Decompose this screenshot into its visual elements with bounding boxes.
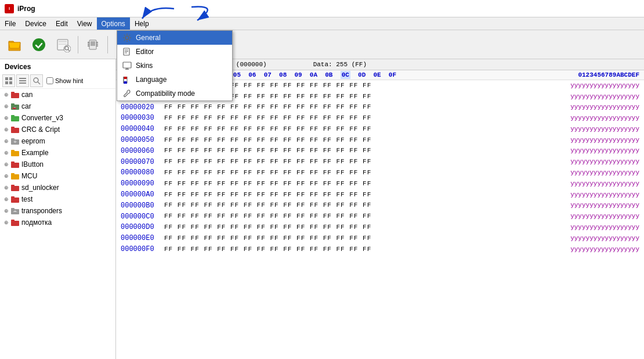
menu-help[interactable]: Help [130, 17, 154, 30]
hex-row[interactable]: 00000030 FF FF FF FF FF FF FF FF FF FF F… [116, 113, 644, 124]
svg-rect-46 [11, 103, 15, 105]
svg-rect-67 [11, 220, 15, 221]
hex-row[interactable]: 000000F0 FF FF FF FF FF FF FF FF FF FF F… [116, 244, 644, 255]
dropdown-item-language[interactable]: Language [117, 73, 232, 87]
svg-rect-61 [11, 185, 15, 186]
expander-converter[interactable]: ⊕ [2, 114, 10, 122]
menu-bar: File Device Edit View Options Help Gener… [0, 17, 644, 30]
hex-row[interactable]: 000000A0 FF FF FF FF FF FF FF FF FF FF F… [116, 189, 644, 200]
chip-write-button[interactable] [82, 34, 104, 56]
show-hint-checkbox[interactable] [46, 77, 53, 84]
tree-label: can [21, 91, 32, 99]
compatibility-label: Compatibility mode [136, 89, 195, 98]
title-bar: i iProg [0, 0, 644, 17]
svg-rect-65 [11, 208, 15, 210]
svg-rect-5 [123, 62, 131, 68]
expander-podmotka[interactable]: ⊕ [2, 218, 10, 227]
svg-rect-62 [11, 198, 19, 203]
sidebar-search[interactable] [30, 74, 43, 87]
sidebar: Devices [0, 59, 116, 359]
expander-can[interactable]: ⊕ [2, 91, 10, 99]
tree-item-eeprom[interactable]: ⊕ eeprom [0, 135, 115, 147]
svg-rect-8 [124, 77, 127, 79]
tree-label: car [21, 102, 31, 110]
tree-label: IButton [21, 160, 44, 168]
hex-row[interactable]: 000000D0 FF FF FF FF FF FF FF FF FF FF F… [116, 222, 644, 233]
svg-line-42 [38, 82, 40, 84]
dropdown-item-general[interactable]: General [117, 31, 232, 45]
svg-rect-66 [11, 221, 19, 226]
expander-eeprom[interactable]: ⊕ [2, 137, 10, 145]
svg-rect-63 [11, 196, 15, 198]
menu-file[interactable]: File [0, 17, 20, 30]
language-label: Language [136, 76, 167, 84]
save-button[interactable] [28, 34, 50, 56]
hex-row[interactable]: 00000050 FF FF FF FF FF FF FF FF FF FF F… [116, 135, 644, 146]
dropdown-item-compatibility[interactable]: Compatibility mode [117, 87, 232, 100]
tree-item-car[interactable]: ⊕ 🚗 car [0, 100, 115, 112]
skins-label: Skins [136, 62, 153, 70]
hex-editor[interactable]: 256 x 8 Address: 0 (000000) Data: 255 (F… [116, 59, 644, 359]
dropdown-item-editor[interactable]: Editor [117, 45, 232, 59]
tree-item-can[interactable]: ⊕ can [0, 89, 115, 100]
hex-row[interactable]: 000000E0 FF FF FF FF FF FF FF FF FF FF F… [116, 233, 644, 244]
toolbar-separator-2 [107, 36, 108, 53]
hex-row[interactable]: 000000B0 FF FF FF FF FF FF FF FF FF FF F… [116, 200, 644, 211]
hex-row[interactable]: 00000040 FF FF FF FF FF FF FF FF FF FF F… [116, 124, 644, 135]
sidebar-grid-view[interactable] [2, 74, 15, 87]
svg-rect-49 [11, 115, 15, 117]
expander-car[interactable]: ⊕ [2, 102, 10, 110]
hex-row[interactable]: 00000060 FF FF FF FF FF FF FF FF FF FF F… [116, 146, 644, 157]
hex-row[interactable]: 000000C0 FF FF FF FF FF FF FF FF FF FF F… [116, 211, 644, 222]
dropdown-item-skins[interactable]: Skins [117, 59, 232, 73]
svg-rect-58 [11, 174, 19, 180]
hex-ascii-header: 0123456789ABCDEF [564, 71, 639, 78]
tree-label: transponders [21, 207, 62, 215]
svg-point-13 [32, 38, 45, 51]
svg-rect-34 [5, 77, 8, 80]
open-button[interactable] [3, 34, 26, 56]
sidebar-list-view[interactable] [16, 74, 29, 87]
hex-row[interactable]: 00000090 FF FF FF FF FF FF FF FF FF FF F… [116, 178, 644, 189]
hex-rows-container: 00000000 FF FF FF FF FF FF FF FF FF FF F… [116, 80, 644, 255]
tree-item-podmotka[interactable]: ⊕ подмотка [0, 217, 115, 228]
hex-row[interactable]: 00000080 FF FF FF FF FF FF FF FF FF FF F… [116, 167, 644, 178]
hex-row[interactable]: 00000020 FF FF FF FF FF FF FF FF FF FF F… [116, 102, 644, 113]
tree-item-test[interactable]: ⊕ test [0, 193, 115, 205]
menu-edit[interactable]: Edit [51, 17, 73, 30]
svg-rect-55 [11, 150, 15, 152]
tree-item-mcu[interactable]: ⊕ MCU [0, 170, 115, 182]
browse-button[interactable] [52, 34, 74, 56]
tree-item-sd[interactable]: ⊕ sd_unlocker [0, 182, 115, 193]
tree-item-example[interactable]: ⊕ Example [0, 147, 115, 159]
hex-data: Data: 255 (FF) [313, 61, 367, 68]
expander-sd[interactable]: ⊕ [2, 184, 10, 192]
menu-options[interactable]: Options [97, 17, 130, 30]
tree-item-transponders[interactable]: ⊕ transponders [0, 205, 115, 217]
tree-item-crc[interactable]: ⊕ CRC & Cript [0, 124, 115, 135]
tree-label: CRC & Cript [21, 125, 60, 134]
svg-rect-59 [11, 173, 15, 175]
general-label: General [136, 34, 161, 42]
expander-transponders[interactable]: ⊕ [2, 207, 10, 215]
gear-icon [122, 33, 132, 43]
flag-icon [122, 74, 132, 85]
svg-rect-51 [11, 127, 15, 128]
tree-item-ibutton[interactable]: ⊕ IButton [0, 159, 115, 170]
menu-device[interactable]: Device [20, 17, 51, 30]
expander-crc[interactable]: ⊕ [2, 125, 10, 134]
svg-rect-56 [11, 163, 19, 168]
expander-ibutton[interactable]: ⊕ [2, 160, 10, 168]
tree-label: подмотка [21, 218, 52, 227]
tree-item-converter[interactable]: ⊕ Converter_v3 [0, 112, 115, 124]
expander-mcu[interactable]: ⊕ [2, 172, 10, 180]
show-hint-label: Show hint [55, 77, 83, 84]
svg-rect-64 [11, 209, 19, 214]
expander-test[interactable]: ⊕ [2, 195, 10, 203]
svg-rect-37 [9, 81, 12, 84]
svg-rect-44 [11, 92, 15, 94]
svg-text:🚗: 🚗 [12, 105, 17, 110]
expander-example[interactable]: ⊕ [2, 149, 10, 157]
menu-view[interactable]: View [73, 17, 97, 30]
hex-row[interactable]: 00000070 FF FF FF FF FF FF FF FF FF FF F… [116, 157, 644, 168]
